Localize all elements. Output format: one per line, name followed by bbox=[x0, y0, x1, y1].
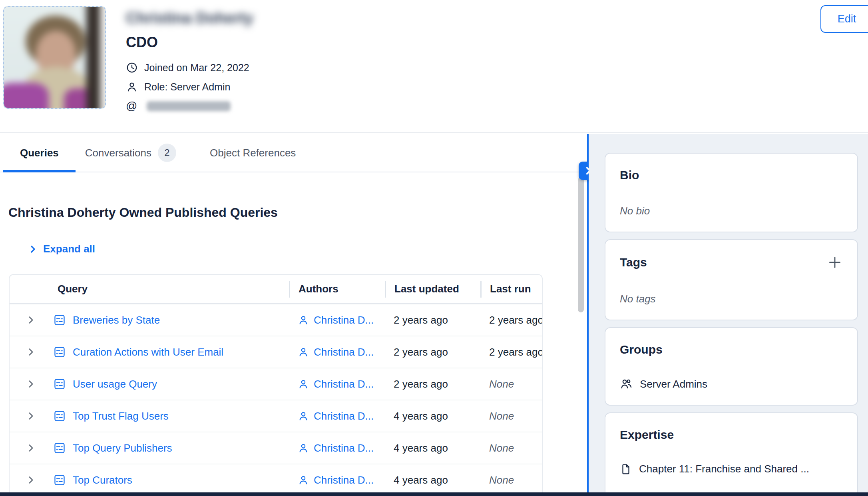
table-row: User usage Query Christina D... 2 years … bbox=[10, 368, 542, 400]
group-item: Server Admins bbox=[620, 378, 843, 390]
query-link[interactable]: Breweries by State bbox=[73, 314, 160, 326]
last-updated-cell: 2 years ago bbox=[385, 314, 480, 326]
groups-card: Groups Server Admins bbox=[605, 327, 858, 406]
row-expander-chevron-icon[interactable] bbox=[26, 411, 36, 421]
profile-tabbar: Queries Conversations 2 Object Reference… bbox=[0, 134, 587, 172]
last-updated-cell: 4 years ago bbox=[385, 410, 480, 422]
query-link[interactable]: Curation Actions with User Email bbox=[73, 346, 223, 358]
table-row: Top Curators Christina D... 4 years ago … bbox=[10, 464, 542, 493]
row-expander-chevron-icon[interactable] bbox=[26, 347, 36, 357]
queries-tab-panel: Christina Doherty Owned Published Querie… bbox=[0, 173, 587, 493]
query-link[interactable]: Top Trust Flag Users bbox=[73, 410, 169, 422]
bio-card-title: Bio bbox=[620, 168, 843, 182]
tags-card-title: Tags bbox=[620, 255, 647, 270]
author-link[interactable]: Christina D... bbox=[314, 346, 374, 358]
expertise-card: Expertise Chapter 11: Franchise and Shar… bbox=[605, 412, 858, 493]
user-title: CDO bbox=[126, 34, 253, 51]
vertical-scrollbar-thumb[interactable] bbox=[578, 177, 584, 312]
last-updated-cell: 2 years ago bbox=[385, 378, 480, 390]
last-run-cell: None bbox=[480, 378, 542, 390]
profile-sidebar: Bio No bio Tags No tags Groups Server Ad… bbox=[589, 134, 868, 493]
plus-icon bbox=[827, 254, 843, 270]
tab-queries-label: Queries bbox=[20, 147, 59, 159]
last-run-cell: 2 years ago bbox=[480, 346, 542, 358]
last-run-cell: None bbox=[480, 474, 542, 486]
column-header-query: Query bbox=[10, 275, 289, 303]
last-run-cell: None bbox=[480, 410, 542, 422]
document-icon bbox=[620, 463, 632, 475]
bio-empty-text: No bio bbox=[620, 205, 843, 217]
email-row: @ bbox=[126, 99, 253, 113]
row-expander-chevron-icon[interactable] bbox=[26, 443, 36, 453]
add-tag-button[interactable] bbox=[827, 254, 843, 270]
user-icon bbox=[298, 442, 309, 454]
query-icon bbox=[54, 314, 66, 326]
query-icon bbox=[54, 410, 66, 422]
author-link[interactable]: Christina D... bbox=[314, 378, 374, 390]
bottom-bar bbox=[0, 492, 868, 496]
tags-card: Tags No tags bbox=[605, 239, 858, 320]
conversations-count-badge: 2 bbox=[158, 144, 176, 162]
user-icon bbox=[298, 378, 309, 390]
author-link[interactable]: Christina D... bbox=[314, 410, 374, 422]
expertise-link[interactable]: Chapter 11: Franchise and Shared ... bbox=[639, 463, 809, 475]
email-redacted bbox=[147, 101, 231, 111]
bio-card: Bio No bio bbox=[605, 153, 858, 232]
table-header-row: Query Authors Last updated Last run bbox=[10, 275, 542, 304]
group-icon bbox=[620, 378, 633, 390]
query-icon bbox=[54, 378, 66, 390]
last-updated-cell: 2 years ago bbox=[385, 346, 480, 358]
query-link[interactable]: Top Query Publishers bbox=[73, 442, 172, 454]
queries-table: Query Authors Last updated Last run Brew… bbox=[9, 274, 543, 493]
clock-icon bbox=[126, 62, 138, 74]
avatar-blurred-image bbox=[3, 6, 106, 109]
groups-card-title: Groups bbox=[620, 342, 843, 357]
joined-text: Joined on Mar 22, 2022 bbox=[144, 62, 249, 74]
user-profile-page: Christina Doherty CDO Joined on Mar 22, … bbox=[0, 0, 868, 496]
last-run-cell: None bbox=[480, 442, 542, 454]
table-row: Top Trust Flag Users Christina D... 4 ye… bbox=[10, 400, 542, 432]
chevron-right-icon bbox=[28, 244, 38, 254]
tab-conversations[interactable]: Conversations 2 bbox=[76, 134, 186, 172]
author-link[interactable]: Christina D... bbox=[314, 314, 374, 326]
last-updated-cell: 4 years ago bbox=[385, 442, 480, 454]
role-text: Role: Server Admin bbox=[144, 81, 230, 93]
tab-object-references[interactable]: Object References bbox=[200, 134, 305, 172]
edit-button[interactable]: Edit bbox=[820, 5, 868, 33]
user-icon bbox=[298, 410, 309, 422]
query-icon bbox=[54, 442, 66, 454]
user-icon bbox=[126, 81, 138, 93]
tags-empty-text: No tags bbox=[620, 293, 843, 305]
tab-queries[interactable]: Queries bbox=[3, 134, 76, 172]
section-title: Christina Doherty Owned Published Querie… bbox=[8, 205, 278, 220]
table-row: Breweries by State Christina D... 2 year… bbox=[10, 304, 542, 336]
user-icon bbox=[298, 474, 309, 486]
row-expander-chevron-icon[interactable] bbox=[26, 379, 36, 389]
tab-object-references-label: Object References bbox=[210, 147, 296, 159]
user-name-redacted: Christina Doherty bbox=[126, 9, 253, 27]
expertise-card-title: Expertise bbox=[620, 428, 843, 442]
author-link[interactable]: Christina D... bbox=[314, 474, 374, 486]
profile-header: Christina Doherty CDO Joined on Mar 22, … bbox=[0, 0, 868, 133]
author-link[interactable]: Christina D... bbox=[314, 442, 374, 454]
at-icon: @ bbox=[126, 100, 137, 112]
query-link[interactable]: Top Curators bbox=[73, 474, 132, 486]
user-icon bbox=[298, 346, 309, 358]
column-header-last-run: Last run bbox=[480, 275, 542, 303]
query-icon bbox=[54, 474, 66, 486]
query-icon bbox=[54, 346, 66, 358]
expertise-item: Chapter 11: Franchise and Shared ... bbox=[620, 463, 843, 475]
group-link[interactable]: Server Admins bbox=[640, 378, 707, 390]
column-header-last-updated: Last updated bbox=[385, 275, 480, 303]
role-row: Role: Server Admin bbox=[126, 80, 253, 94]
expand-all-button[interactable]: Expand all bbox=[28, 243, 95, 255]
avatar bbox=[3, 6, 106, 109]
expand-all-label: Expand all bbox=[43, 243, 95, 255]
row-expander-chevron-icon[interactable] bbox=[26, 315, 36, 325]
query-link[interactable]: User usage Query bbox=[73, 378, 157, 390]
last-run-cell: 2 years ago bbox=[480, 314, 542, 326]
profile-info: Christina Doherty CDO Joined on Mar 22, … bbox=[126, 9, 253, 113]
user-icon bbox=[298, 314, 309, 326]
row-expander-chevron-icon[interactable] bbox=[26, 475, 36, 485]
tab-conversations-label: Conversations bbox=[85, 147, 151, 159]
